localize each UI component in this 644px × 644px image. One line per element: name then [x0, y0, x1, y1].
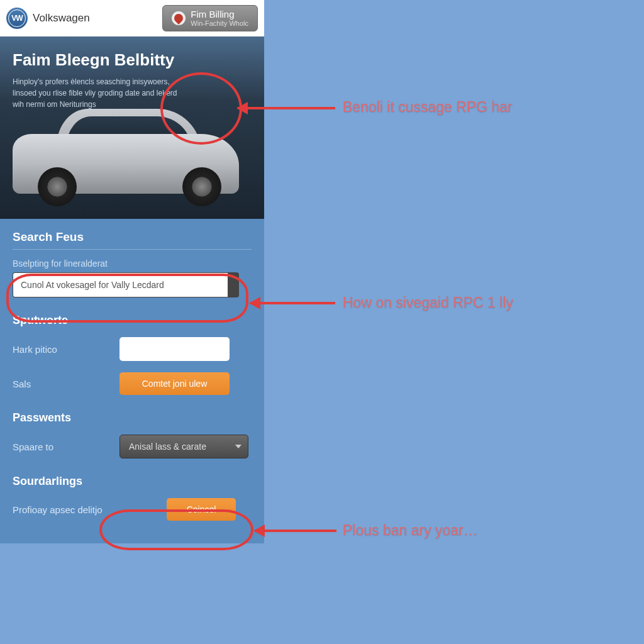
search-input-value: Cunol At vokesagel for Vally Lecdard — [21, 280, 164, 290]
brand-name: Volkswagen — [33, 12, 90, 25]
header-bar: VW Volkswagen Fim Billing Win-Fachity Wh… — [0, 0, 264, 36]
billing-sub-label: Win-Fachity Wholc — [191, 19, 248, 27]
form-area: Search Feus Bselpting for lineralderat C… — [0, 219, 264, 543]
divider — [13, 249, 252, 250]
key-icon — [172, 11, 186, 25]
sourdarlings-label: Profioay apsec delitjo — [13, 504, 167, 515]
hero-copy: Hinploy's profers èlencls seasching inis… — [13, 76, 189, 110]
hark-input[interactable] — [119, 337, 230, 361]
spaare-select[interactable]: Anisal lass & carate — [119, 435, 248, 458]
search-section-title: Search Feus — [13, 230, 252, 244]
search-input[interactable]: Cunol At vokesagel for Vally Lecdard — [13, 272, 239, 297]
sputworte-title: Sputworte — [13, 314, 252, 327]
sourdarlings-title: Sourdarlings — [13, 475, 252, 488]
sals-label: Sals — [13, 379, 119, 389]
brand-logo-wrap: VW Volkswagen — [6, 8, 90, 29]
annotation-arrow-3 — [255, 530, 336, 532]
hark-label: Hark pitico — [13, 344, 119, 355]
annotation-text-1: Benoli it cussage RPG har — [343, 99, 513, 116]
passwents-title: Passwents — [13, 411, 252, 425]
annotation-text-3: Plous ban ary yoar… — [343, 522, 478, 539]
spaare-select-value: Anisal lass & carate — [129, 441, 206, 452]
sals-button[interactable]: Comtet joni ulew — [119, 372, 230, 395]
billing-button[interactable]: Fim Billing Win-Fachity Wholc — [162, 5, 258, 32]
hero-title: Faim Bleegn Belbitty — [13, 50, 252, 70]
search-field-label: Bselpting for lineralderat — [13, 258, 252, 269]
coincel-button[interactable]: Coincel — [167, 498, 236, 521]
annotation-text-2: How on sivegaid RPC 1 lly — [343, 294, 513, 311]
hero-banner: Faim Bleegn Belbitty Hinploy's profers è… — [0, 36, 264, 219]
car-illustration — [0, 106, 258, 213]
vw-logo-icon: VW — [6, 8, 28, 29]
billing-main-label: Fim Billing — [191, 9, 248, 20]
spaare-label: Spaare to — [13, 441, 119, 452]
